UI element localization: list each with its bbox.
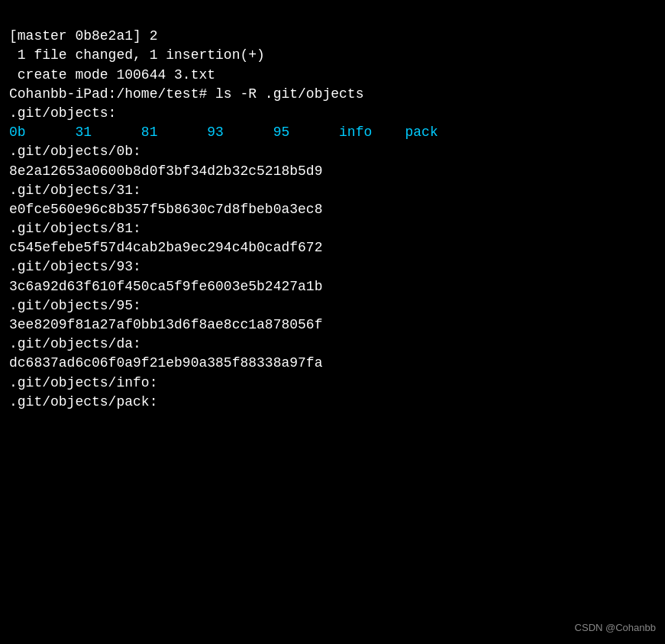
terminal-line: e0fce560e96c8b357f5b8630c7d8fbeb0a3ec8 [9, 200, 656, 219]
terminal-line: .git/objects: [9, 104, 656, 123]
terminal-line: create mode 100644 3.txt [9, 66, 656, 85]
terminal-line: .git/objects/0b: [9, 142, 656, 161]
terminal-line: dc6837ad6c06f0a9f21eb90a385f88338a97fa [9, 354, 656, 373]
watermark: CSDN @Cohanbb [575, 621, 656, 635]
terminal-line: .git/objects/da: [9, 335, 656, 354]
terminal-output: [master 0b8e2a1] 2 1 file changed, 1 ins… [9, 8, 656, 412]
terminal-line: .git/objects/pack: [9, 393, 656, 412]
terminal-line: 3ee8209f81a27af0bb13d6f8ae8cc1a878056f [9, 316, 656, 335]
terminal-line: 3c6a92d63f610f450ca5f9fe6003e5b2427a1b [9, 277, 656, 296]
terminal-line: .git/objects/81: [9, 219, 656, 238]
terminal-line: [master 0b8e2a1] 2 [9, 27, 656, 46]
terminal-line: .git/objects/93: [9, 257, 656, 277]
terminal-line: .git/objects/info: [9, 374, 656, 393]
terminal-line: 1 file changed, 1 insertion(+) [9, 46, 656, 65]
terminal-line: Cohanbb-iPad:/home/test# ls -R .git/obje… [9, 85, 656, 104]
terminal-line: 0b 31 81 93 95 info pack [9, 123, 656, 142]
terminal-line: c545efebe5f57d4cab2ba9ec294c4b0cadf672 [9, 238, 656, 257]
terminal-line: .git/objects/95: [9, 296, 656, 316]
terminal-line: 8e2a12653a0600b8d0f3bf34d2b32c5218b5d9 [9, 162, 656, 181]
terminal-line: .git/objects/31: [9, 181, 656, 200]
